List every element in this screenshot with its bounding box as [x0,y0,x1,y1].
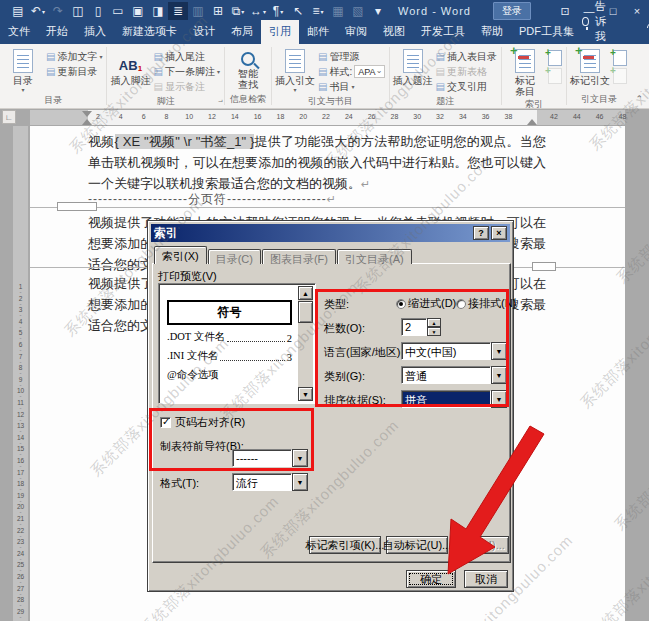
undo-icon[interactable]: ↶▾ [28,2,48,20]
locked-icon-2[interactable]: ▧ [348,2,368,20]
columns-value[interactable]: 2 [401,318,427,336]
insert-table-icon[interactable]: ⊞ [208,2,228,20]
dropdown-arrow-icon[interactable]: ▼ [292,449,308,467]
ribbon-button-目录[interactable]: 目录▾ [2,46,44,93]
ribbon-tab-邮件[interactable]: 邮件 [299,20,337,44]
ribbon-button-交叉引用[interactable]: ▤交叉引用 [434,79,499,94]
type-runin-radio[interactable]: 接排式(N) [456,296,516,311]
formatting-marks-icon[interactable]: ¶▾ [268,2,288,20]
ribbon-tab-PDF工具集[interactable]: PDF工具集 [511,20,582,44]
insert-index-icon[interactable]: + [548,50,562,66]
spin-down-icon[interactable]: ▼ [427,327,441,336]
unavailable-icon[interactable]: ▥ [188,2,208,20]
list-icon[interactable]: ≡▾ [308,2,328,20]
sort-by-value[interactable]: 拼音 [401,390,491,408]
ribbon-tab-新建选项卡[interactable]: 新建选项卡 [114,20,185,44]
ribbon-tab-开始[interactable]: 开始 [38,20,76,44]
ribbon-button-插入表目录[interactable]: ▤插入表目录 [434,49,499,64]
scroll-up-icon[interactable]: ▲ [298,286,313,300]
quick-print-icon[interactable]: ◨ [148,2,168,20]
ribbon-tab-布局[interactable]: 布局 [223,20,261,44]
ribbon-button-更新目录[interactable]: ▤更新目录 [44,64,104,79]
dialog-tab-目录(C)[interactable]: 目录(C) [208,249,261,264]
qat-customize-icon[interactable]: ▾ [368,2,388,20]
ribbon-button-标记引文[interactable]: +标记引文 [569,46,611,86]
dialog-help-icon[interactable]: ? [473,226,489,240]
draft-view-icon[interactable]: ≣ [168,2,188,20]
spacing-icon[interactable]: ↔▾ [248,2,268,20]
sort-by-combo[interactable]: 拼音 ▼ [401,390,507,408]
xe-field-code[interactable]: { XE "视频" \r "书签_1" } [115,134,255,149]
ribbon-button-智能查找[interactable]: 智能 查找 [227,46,269,90]
select-pointer-icon[interactable]: ↖ [288,2,308,20]
login-button[interactable]: 登录 [493,2,531,20]
right-indent-marker[interactable] [527,119,537,125]
ribbon-button-书目[interactable]: ▤书目▾ [316,79,387,94]
dropdown-arrow-icon[interactable]: ▼ [491,390,507,408]
dialog-tab-引文目录(A)[interactable]: 引文目录(A) [337,249,412,264]
paragraph-1[interactable]: 视频{ XE "视频" \r "书签_1" }提供了功能强大的方法帮助您证明您的… [88,131,546,195]
dialog-tab-索引(X)[interactable]: 索引(X) [154,246,207,264]
scrollbar-thumb[interactable] [298,301,313,323]
copy-icon[interactable]: ⧉▾ [228,2,248,20]
index-dialog[interactable]: 索引 ? × 索引(X)目录(C)图表目录(F)引文目录(A) 打印预览(V) … [147,220,514,592]
ribbon-button-管理源[interactable]: ▤管理源 [316,49,387,64]
dropdown-arrow-icon[interactable]: ▼ [491,366,507,384]
cancel-button[interactable]: 取消 [464,570,508,588]
save-icon[interactable]: ▤ [8,2,28,20]
right-align-checkbox[interactable]: 页码右对齐(R) [160,415,245,430]
format-value[interactable]: 流行 [232,473,292,491]
locked-icon[interactable]: ▦ [328,2,348,20]
ribbon-display-options-icon[interactable]: ⊡ [553,1,577,21]
ribbon-tab-开发工具[interactable]: 开发工具 [413,20,473,44]
ribbon-button-样式[interactable]: ▤样式:APA [316,64,387,79]
ribbon-tab-设计[interactable]: 设计 [185,20,223,44]
ribbon-button-标记条目[interactable]: +标记 条目 [504,46,546,97]
tell-me-label[interactable]: 告诉我 [595,0,617,44]
redo-icon[interactable]: ↷ [48,2,68,20]
vertical-ruler[interactable]: 1-2-3-4-5-6-7-8-9-10-11-12-13-14-15-16-1… [13,126,28,621]
left-indent-marker[interactable] [82,119,92,125]
first-line-indent-marker[interactable] [82,111,92,117]
tab-leader-value[interactable]: ------ [232,449,292,467]
tab-stop-selector[interactable]: ∟ [2,110,16,124]
columns-spinner[interactable]: 2 ▲▼ [401,318,441,336]
category-value[interactable]: 普通 [401,366,491,384]
ribbon-tab-插入[interactable]: 插入 [76,20,114,44]
automark-button[interactable]: 自动标记(U)... [386,536,448,554]
index-dialog-title-bar[interactable]: 索引 ? × [151,224,510,242]
spin-up-icon[interactable]: ▲ [427,318,441,327]
dropdown-arrow-icon[interactable]: ▼ [292,473,308,491]
ribbon-tab-视图[interactable]: 视图 [375,20,413,44]
ok-button[interactable]: 确定 [406,570,456,588]
dialog-launcher-icon[interactable]: ⌐ [218,97,223,106]
language-combo[interactable]: 中文(中国) ▼ [401,342,507,360]
category-combo[interactable]: 普通 ▼ [401,366,507,384]
scroll-down-icon[interactable]: ▼ [298,387,313,401]
dropdown-arrow-icon[interactable]: ▼ [491,342,507,360]
collapse-ribbon-icon[interactable]: ⌃ [635,94,643,104]
format-combo[interactable]: 流行 ▼ [232,473,308,491]
ribbon-tab-审阅[interactable]: 审阅 [337,20,375,44]
ribbon-tab-帮助[interactable]: 帮助 [473,20,511,44]
mark-entry-button[interactable]: 标记索引项(K)... [309,536,381,554]
type-indented-radio[interactable]: 缩进式(D) [396,296,456,311]
ribbon-tab-引用[interactable]: 引用 [261,20,299,44]
print-preview-icon[interactable]: ◫ [68,2,88,20]
print-preview-box[interactable]: 符号 .DOT 文件名2.INI 文件名3@命令选项 ▲ ▼ [158,283,316,404]
insert-table-of-authorities-icon[interactable]: + [613,50,627,66]
style-combo[interactable]: APA [354,65,384,78]
dialog-tab-图表目录(F)[interactable]: 图表目录(F) [262,249,336,264]
modify-button[interactable]: 修改(M)... [453,536,509,554]
paste-icon[interactable]: ▣ [128,2,148,20]
new-document-icon[interactable]: ▯ [88,2,108,20]
ribbon-button-下一条脚注[interactable]: ▤下一条脚注▾ [151,64,221,79]
dialog-close-icon[interactable]: × [491,226,507,240]
ribbon-button-插入题注[interactable]: 插入题注 [392,46,434,86]
ribbon-button-添加文字[interactable]: ▤添加文字▾ [44,49,104,64]
language-value[interactable]: 中文(中国) [401,342,491,360]
open-icon[interactable]: ▭ [108,2,128,20]
ribbon-button-插入脚注[interactable]: AB1插入脚注 [109,46,151,86]
ribbon-tab-文件[interactable]: 文件 [0,20,38,44]
preview-scrollbar[interactable]: ▲ ▼ [298,286,313,401]
